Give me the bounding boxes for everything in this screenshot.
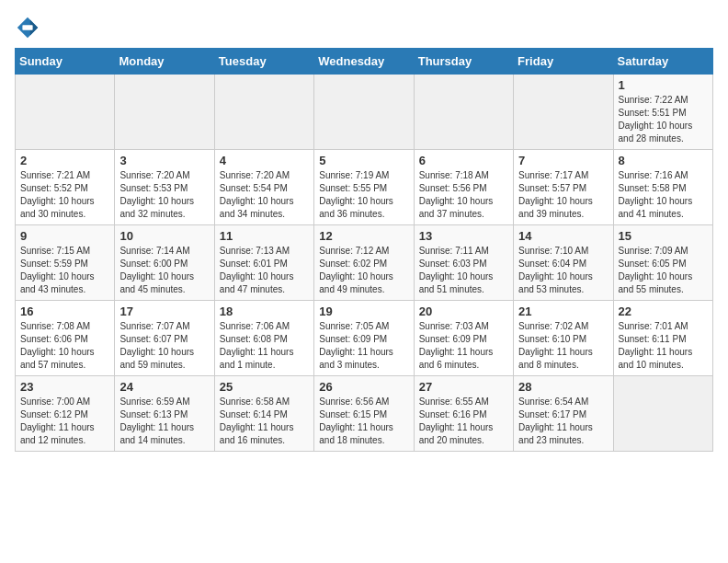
day-info: Sunrise: 7:06 AM Sunset: 6:08 PM Dayligh… [220,320,309,372]
calendar-cell: 12Sunrise: 7:12 AM Sunset: 6:02 PM Dayli… [314,225,414,301]
day-number: 25 [220,380,309,394]
day-number: 5 [319,154,408,167]
day-info: Sunrise: 7:13 AM Sunset: 6:01 PM Dayligh… [220,245,309,296]
calendar-cell: 4Sunrise: 7:20 AM Sunset: 5:54 PM Daylig… [214,150,313,225]
day-number: 2 [20,154,109,167]
day-number: 10 [119,229,209,243]
day-number: 13 [419,229,508,243]
day-info: Sunrise: 7:20 AM Sunset: 5:54 PM Dayligh… [220,169,309,221]
calendar-cell [16,75,115,150]
day-info: Sunrise: 7:15 AM Sunset: 5:59 PM Dayligh… [20,245,109,296]
calendar-cell: 23Sunrise: 7:00 AM Sunset: 6:12 PM Dayli… [16,376,115,452]
calendar-cell: 11Sunrise: 7:13 AM Sunset: 6:01 PM Dayli… [214,225,313,301]
weekday-saturday: Saturday [613,49,712,75]
day-info: Sunrise: 7:07 AM Sunset: 6:07 PM Dayligh… [119,320,209,372]
day-info: Sunrise: 6:56 AM Sunset: 6:15 PM Dayligh… [319,396,408,447]
day-number: 21 [518,304,608,318]
logo [15,15,44,40]
day-info: Sunrise: 7:11 AM Sunset: 6:03 PM Dayligh… [419,245,508,296]
calendar-cell: 24Sunrise: 6:59 AM Sunset: 6:13 PM Dayli… [115,376,214,452]
calendar-cell: 10Sunrise: 7:14 AM Sunset: 6:00 PM Dayli… [115,225,214,301]
calendar-cell: 26Sunrise: 6:56 AM Sunset: 6:15 PM Dayli… [314,376,414,452]
day-number: 19 [319,304,408,318]
day-info: Sunrise: 7:05 AM Sunset: 6:09 PM Dayligh… [319,320,408,372]
day-number: 3 [119,154,209,167]
day-info: Sunrise: 6:59 AM Sunset: 6:13 PM Dayligh… [119,396,209,447]
calendar-week-2: 2Sunrise: 7:21 AM Sunset: 5:52 PM Daylig… [16,150,713,225]
calendar-cell [414,75,513,150]
day-info: Sunrise: 7:08 AM Sunset: 6:06 PM Dayligh… [20,320,109,372]
calendar-cell [514,75,613,150]
day-number: 8 [619,154,708,167]
day-info: Sunrise: 7:02 AM Sunset: 6:10 PM Dayligh… [518,320,608,372]
weekday-wednesday: Wednesday [314,49,414,75]
calendar-cell: 14Sunrise: 7:10 AM Sunset: 6:04 PM Dayli… [514,225,613,301]
calendar-cell: 27Sunrise: 6:55 AM Sunset: 6:16 PM Dayli… [414,376,513,452]
calendar-week-5: 23Sunrise: 7:00 AM Sunset: 6:12 PM Dayli… [16,376,713,452]
calendar-cell: 3Sunrise: 7:20 AM Sunset: 5:53 PM Daylig… [115,150,214,225]
svg-rect-2 [22,25,32,30]
calendar-cell: 20Sunrise: 7:03 AM Sunset: 6:09 PM Dayli… [414,301,513,376]
calendar-cell: 8Sunrise: 7:16 AM Sunset: 5:58 PM Daylig… [613,150,712,225]
day-info: Sunrise: 6:58 AM Sunset: 6:14 PM Dayligh… [220,396,309,447]
calendar-cell [214,75,313,150]
calendar-cell: 5Sunrise: 7:19 AM Sunset: 5:55 PM Daylig… [314,150,414,225]
calendar-cell: 15Sunrise: 7:09 AM Sunset: 6:05 PM Dayli… [613,225,712,301]
day-info: Sunrise: 6:54 AM Sunset: 6:17 PM Dayligh… [518,396,608,447]
calendar-cell [613,376,712,452]
day-number: 28 [518,380,608,394]
day-info: Sunrise: 7:14 AM Sunset: 6:00 PM Dayligh… [119,245,209,296]
day-number: 15 [619,229,708,243]
calendar-cell: 1Sunrise: 7:22 AM Sunset: 5:51 PM Daylig… [613,75,712,150]
calendar-cell: 21Sunrise: 7:02 AM Sunset: 6:10 PM Dayli… [514,301,613,376]
day-info: Sunrise: 7:12 AM Sunset: 6:02 PM Dayligh… [319,245,408,296]
day-info: Sunrise: 7:10 AM Sunset: 6:04 PM Dayligh… [518,245,608,296]
day-info: Sunrise: 7:18 AM Sunset: 5:56 PM Dayligh… [419,169,508,221]
day-number: 16 [20,304,109,318]
day-number: 24 [119,380,209,394]
calendar-cell: 16Sunrise: 7:08 AM Sunset: 6:06 PM Dayli… [16,301,115,376]
calendar-cell: 9Sunrise: 7:15 AM Sunset: 5:59 PM Daylig… [16,225,115,301]
day-number: 14 [518,229,608,243]
calendar-cell [314,75,414,150]
logo-icon [15,15,40,40]
calendar-week-4: 16Sunrise: 7:08 AM Sunset: 6:06 PM Dayli… [16,301,713,376]
day-info: Sunrise: 7:22 AM Sunset: 5:51 PM Dayligh… [619,94,708,145]
weekday-thursday: Thursday [414,49,513,75]
day-number: 20 [419,304,508,318]
calendar-cell: 13Sunrise: 7:11 AM Sunset: 6:03 PM Dayli… [414,225,513,301]
weekday-friday: Friday [514,49,613,75]
calendar-cell: 22Sunrise: 7:01 AM Sunset: 6:11 PM Dayli… [613,301,712,376]
calendar-body: 1Sunrise: 7:22 AM Sunset: 5:51 PM Daylig… [16,75,713,452]
day-number: 17 [119,304,209,318]
day-number: 11 [220,229,309,243]
day-info: Sunrise: 7:00 AM Sunset: 6:12 PM Dayligh… [20,396,109,447]
day-number: 1 [619,78,708,92]
day-number: 12 [319,229,408,243]
day-info: Sunrise: 6:55 AM Sunset: 6:16 PM Dayligh… [419,396,508,447]
day-number: 26 [319,380,408,394]
calendar-cell: 18Sunrise: 7:06 AM Sunset: 6:08 PM Dayli… [214,301,313,376]
calendar-cell: 19Sunrise: 7:05 AM Sunset: 6:09 PM Dayli… [314,301,414,376]
calendar-cell: 6Sunrise: 7:18 AM Sunset: 5:56 PM Daylig… [414,150,513,225]
calendar-cell: 28Sunrise: 6:54 AM Sunset: 6:17 PM Dayli… [514,376,613,452]
calendar-cell: 2Sunrise: 7:21 AM Sunset: 5:52 PM Daylig… [16,150,115,225]
weekday-header-row: SundayMondayTuesdayWednesdayThursdayFrid… [16,49,713,75]
calendar-cell [115,75,214,150]
weekday-tuesday: Tuesday [214,49,313,75]
day-info: Sunrise: 7:01 AM Sunset: 6:11 PM Dayligh… [619,320,708,372]
day-number: 9 [20,229,109,243]
day-info: Sunrise: 7:21 AM Sunset: 5:52 PM Dayligh… [20,169,109,221]
day-info: Sunrise: 7:17 AM Sunset: 5:57 PM Dayligh… [518,169,608,221]
calendar-table: SundayMondayTuesdayWednesdayThursdayFrid… [15,48,713,452]
calendar-week-3: 9Sunrise: 7:15 AM Sunset: 5:59 PM Daylig… [16,225,713,301]
day-info: Sunrise: 7:09 AM Sunset: 6:05 PM Dayligh… [619,245,708,296]
day-number: 7 [518,154,608,167]
day-info: Sunrise: 7:03 AM Sunset: 6:09 PM Dayligh… [419,320,508,372]
day-number: 23 [20,380,109,394]
weekday-monday: Monday [115,49,214,75]
day-number: 22 [619,304,708,318]
day-number: 18 [220,304,309,318]
day-number: 4 [220,154,309,167]
day-number: 27 [419,380,508,394]
